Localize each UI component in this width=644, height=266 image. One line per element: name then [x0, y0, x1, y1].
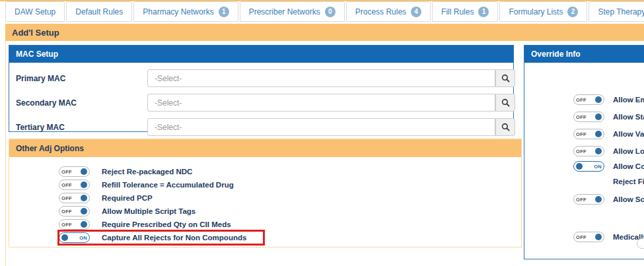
secondary-mac-label: Secondary MAC — [16, 98, 77, 108]
toggle-dot — [61, 234, 68, 241]
toggle-switch[interactable]: OFF — [573, 112, 604, 122]
count-badge: 4 — [411, 7, 421, 17]
clipped-control-fragment[interactable] — [637, 238, 644, 249]
tab-fill-rules[interactable]: Fill Rules1 — [432, 1, 498, 22]
primary-mac-search-button[interactable] — [495, 69, 515, 87]
toggle-row-required-pcp: OFF Required PCP — [9, 192, 521, 205]
toggle-switch[interactable]: OFF — [59, 180, 90, 190]
tab-prescriber-networks[interactable]: Prescriber Networks0 — [240, 1, 345, 22]
tab-bar: DAW Setup Default Rules Pharmacy Network… — [5, 1, 644, 22]
other-adj-options-body: OFF Reject Re-packaged NDC OFF Refill To… — [9, 157, 521, 245]
tab-step-therapy-programs[interactable]: Step Therapy Programs1 — [589, 1, 644, 22]
mac-row-secondary: Secondary MAC — [9, 94, 513, 112]
toggle-dot — [81, 168, 87, 175]
count-badge: 1 — [219, 7, 229, 17]
toggle-switch[interactable]: OFF — [573, 94, 604, 105]
toggle-row-capture-all-rejects: ON Capture All Rejects for Non Compounds — [9, 232, 521, 245]
toggle-dot — [81, 182, 87, 188]
toggle-row-reject-repackaged-ndc: OFF Reject Re-packaged NDC — [9, 166, 521, 179]
toggle-dot — [595, 131, 602, 137]
toggle-dot — [81, 195, 87, 201]
mac-row-tertiary: Tertiary MAC — [9, 118, 513, 136]
mac-row-primary: Primary MAC — [9, 69, 513, 87]
toggle-switch[interactable]: OFF — [573, 146, 604, 156]
primary-mac-select[interactable] — [147, 69, 495, 87]
toggle-dot — [595, 148, 602, 154]
tertiary-mac-label: Tertiary MAC — [16, 123, 65, 132]
override-info-header: Override Info — [524, 46, 644, 63]
other-adj-options-panel: Other Adj Options OFF Reject Re-packaged… — [9, 139, 522, 248]
mac-setup-header: MAC Setup — [9, 46, 513, 63]
toggle-switch[interactable]: OFF — [573, 194, 604, 205]
toggle-switch[interactable]: OFF — [573, 232, 604, 242]
tab-formulary-lists[interactable]: Formulary Lists2 — [499, 1, 587, 22]
toggle-switch[interactable]: OFF — [59, 219, 90, 230]
toggle-row-require-prescribed-qty: OFF Require Prescribed Qty on CII Meds — [9, 218, 521, 232]
toggle-dot — [81, 208, 87, 215]
toggle-dot — [595, 96, 602, 103]
search-icon — [501, 74, 510, 83]
count-badge: 1 — [478, 7, 489, 17]
search-icon — [501, 123, 510, 131]
toggle-switch[interactable]: ON — [573, 161, 604, 172]
toggle-switch[interactable]: OFF — [573, 129, 604, 139]
mac-setup-panel: MAC Setup Primary MAC Secondary MAC — [9, 45, 514, 132]
other-adj-options-header: Other Adj Options — [9, 139, 521, 157]
secondary-mac-search-button[interactable] — [495, 94, 515, 112]
toggle-row-allow-multiple-script-tags: OFF Allow Multiple Script Tags — [9, 205, 521, 218]
tab-default-rules[interactable]: Default Rules — [66, 1, 132, 22]
toggle-switch[interactable]: ON — [59, 232, 90, 243]
toggle-dot — [595, 234, 602, 240]
toggle-dot — [595, 114, 602, 120]
toggle-dot — [81, 221, 87, 228]
toggle-switch[interactable]: OFF — [59, 206, 90, 216]
section-title: Add'l Setup — [5, 24, 644, 41]
count-badge: 2 — [567, 7, 578, 17]
search-icon — [501, 98, 510, 107]
primary-mac-label: Primary MAC — [16, 74, 65, 83]
tab-process-rules[interactable]: Process Rules4 — [346, 1, 431, 22]
tertiary-mac-select[interactable] — [147, 118, 495, 136]
count-badge: 0 — [325, 7, 336, 17]
override-info-panel: Override Info OFF Allow Eme OFF Allow St… — [524, 45, 644, 259]
tab-daw-setup[interactable]: DAW Setup — [5, 1, 65, 22]
toggle-dot — [576, 163, 583, 170]
tab-pharmacy-networks[interactable]: Pharmacy Networks1 — [133, 1, 238, 22]
toggle-switch[interactable]: OFF — [59, 166, 90, 177]
tertiary-mac-search-button[interactable] — [495, 118, 515, 136]
toggle-switch[interactable]: OFF — [59, 193, 90, 203]
toggle-dot — [595, 196, 602, 203]
secondary-mac-select[interactable] — [147, 94, 495, 112]
toggle-row-refill-tolerance: OFF Refill Tolerance = Accumulated Drug — [9, 179, 521, 192]
